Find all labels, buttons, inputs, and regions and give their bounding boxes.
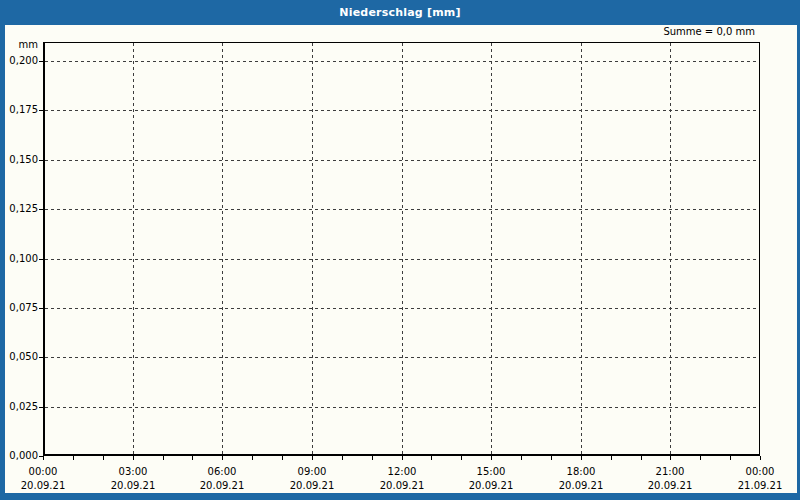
chart-title-bar: Niederschlag [mm] [0,0,800,25]
chart-title: Niederschlag [mm] [339,6,460,19]
plot-area[interactable] [43,42,760,456]
sum-annotation: Summe = 0,0 mm [663,26,755,37]
chart-window: Niederschlag [mm] Summe = 0,0 mm mm 0,20… [0,0,800,500]
y-axis-unit-label: mm [0,39,38,50]
